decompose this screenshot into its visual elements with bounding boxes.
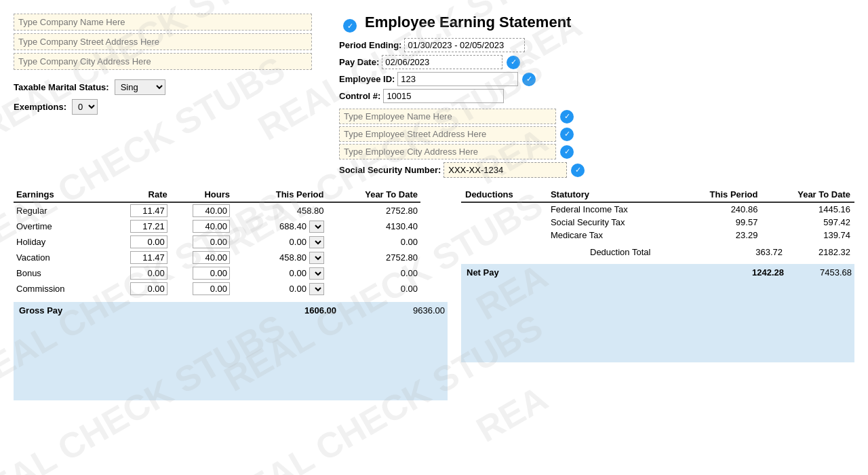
hours-input[interactable] <box>193 282 230 295</box>
rate-input[interactable] <box>130 251 167 264</box>
rate-input[interactable] <box>130 204 167 217</box>
deductions-header: Deductions Statutory This Period Year To… <box>461 187 854 202</box>
exemptions-label: Exemptions: <box>14 102 66 112</box>
marital-status-select[interactable]: Sing Married Single <box>115 79 165 95</box>
earnings-rate-cell <box>107 202 170 218</box>
company-street-input[interactable] <box>14 33 312 50</box>
employee-street-check-icon: ✓ <box>560 128 574 141</box>
earnings-ytd-cell: 0.00 <box>327 281 421 297</box>
employee-id-label: Employee ID: <box>339 74 395 84</box>
earnings-hours-cell <box>170 218 233 234</box>
gross-pay-label: Gross Pay <box>14 302 149 319</box>
earnings-period-cell: 458.80 <box>233 250 326 265</box>
employee-city-check-icon: ✓ <box>560 145 574 159</box>
earnings-ytd-cell: 0.00 <box>327 265 421 281</box>
ssn-input[interactable] <box>443 162 567 178</box>
period-ending-label: Period Ending: <box>339 40 401 50</box>
statement-title: Employee Earning Statement <box>365 14 571 31</box>
pay-date-check-icon: ✓ <box>507 56 520 69</box>
employee-city-input[interactable] <box>339 144 556 159</box>
deduction-total-ytd: 2182.32 <box>783 247 850 257</box>
earnings-ytd-cell: 0.00 <box>327 234 421 250</box>
earnings-row-label: Vacation <box>14 250 107 265</box>
period-dropdown[interactable] <box>309 283 324 295</box>
marital-status-label: Taxable Marital Status: <box>14 82 109 92</box>
col-ded-period: This Period <box>676 187 762 202</box>
period-dropdown[interactable] <box>309 252 324 264</box>
company-name-input[interactable] <box>14 14 312 31</box>
ded-row-label: Social Security Tax <box>547 216 677 229</box>
company-city-input[interactable] <box>14 53 312 70</box>
ded-empty <box>461 229 547 242</box>
gross-pay-ytd: 9636.00 <box>339 302 448 319</box>
rate-input[interactable] <box>130 267 167 280</box>
employee-name-input[interactable] <box>339 109 556 124</box>
ssn-label: Social Security Number: <box>339 165 441 175</box>
pay-date-label: Pay Date: <box>339 57 379 67</box>
deductions-blue-filler <box>461 281 854 362</box>
control-input[interactable] <box>383 89 504 103</box>
right-top: ✓ Employee Earning Statement Period Endi… <box>326 14 854 178</box>
deductions-row: Federal Income Tax240.861445.16 <box>461 202 854 216</box>
earnings-row-label: Holiday <box>14 234 107 250</box>
main-table-area: Earnings Rate Hours This Period Year To … <box>14 187 854 400</box>
ssn-check-icon: ✓ <box>571 164 585 177</box>
ded-period: 23.29 <box>676 229 762 242</box>
deductions-section: Deductions Statutory This Period Year To… <box>448 187 854 400</box>
marital-exemptions: Taxable Marital Status: Sing Married Sin… <box>14 79 312 115</box>
earnings-hours-cell <box>170 234 233 250</box>
ded-row-label: Federal Income Tax <box>547 202 677 216</box>
col-deductions: Deductions <box>461 187 547 202</box>
deduction-total-label: Deduction Total <box>590 247 715 257</box>
page-wrapper: REAL CHECK STUBS REAL CHECK STUBS REA RE… <box>0 0 868 475</box>
pay-date-input[interactable] <box>382 55 502 69</box>
deduction-total-period: 363.72 <box>715 247 783 257</box>
earnings-period-cell: 0.00 <box>233 234 326 250</box>
earnings-rate-cell <box>107 234 170 250</box>
deductions-row: Social Security Tax99.57597.42 <box>461 216 854 229</box>
earnings-rate-cell <box>107 281 170 297</box>
pay-date-row: Pay Date: ✓ <box>339 55 854 69</box>
net-pay-period: 1242.28 <box>719 264 787 281</box>
period-ending-input[interactable] <box>404 38 525 52</box>
earnings-row-label: Overtime <box>14 218 107 234</box>
ded-ytd: 597.42 <box>762 216 854 229</box>
deduction-total-spacer <box>465 247 590 257</box>
employee-id-input[interactable] <box>397 72 518 86</box>
employee-name-check-icon: ✓ <box>560 110 574 124</box>
ssn-row: Social Security Number: ✓ <box>339 162 854 178</box>
exemptions-select[interactable]: 0 1 2 <box>72 99 98 115</box>
earnings-period-cell: 458.80 <box>233 202 326 218</box>
hours-input[interactable] <box>193 204 230 217</box>
rate-input[interactable] <box>130 282 167 295</box>
deductions-table: Deductions Statutory This Period Year To… <box>461 187 854 242</box>
col-statutory: Statutory <box>547 187 677 202</box>
ded-period: 99.57 <box>676 216 762 229</box>
employee-street-input[interactable] <box>339 126 556 142</box>
earnings-ytd-cell: 4130.40 <box>327 218 421 234</box>
period-dropdown[interactable] <box>309 221 324 233</box>
net-pay-ytd: 7453.68 <box>787 264 854 281</box>
hours-input[interactable] <box>193 220 230 233</box>
col-ytd: Year To Date <box>327 187 421 202</box>
col-ded-ytd: Year To Date <box>762 187 854 202</box>
earnings-period-cell: 0.00 <box>233 281 326 297</box>
earnings-table: Earnings Rate Hours This Period Year To … <box>14 187 420 297</box>
ded-period: 240.86 <box>676 202 762 216</box>
earnings-hours-cell <box>170 250 233 265</box>
employee-street-row: ✓ <box>339 126 854 142</box>
employee-name-row: ✓ <box>339 109 854 124</box>
earnings-row: Overtime688.40 4130.40 <box>14 218 420 234</box>
period-dropdown[interactable] <box>309 236 324 248</box>
period-dropdown[interactable] <box>309 267 324 280</box>
earnings-period-cell: 0.00 <box>233 265 326 281</box>
hours-input[interactable] <box>193 251 230 264</box>
rate-input[interactable] <box>130 220 167 233</box>
hours-input[interactable] <box>193 267 230 280</box>
earnings-period-cell: 688.40 <box>233 218 326 234</box>
hours-input[interactable] <box>193 235 230 248</box>
earnings-hours-cell <box>170 281 233 297</box>
exemptions-row: Exemptions: 0 1 2 <box>14 99 312 115</box>
employee-id-check-icon: ✓ <box>522 73 536 86</box>
rate-input[interactable] <box>130 235 167 248</box>
